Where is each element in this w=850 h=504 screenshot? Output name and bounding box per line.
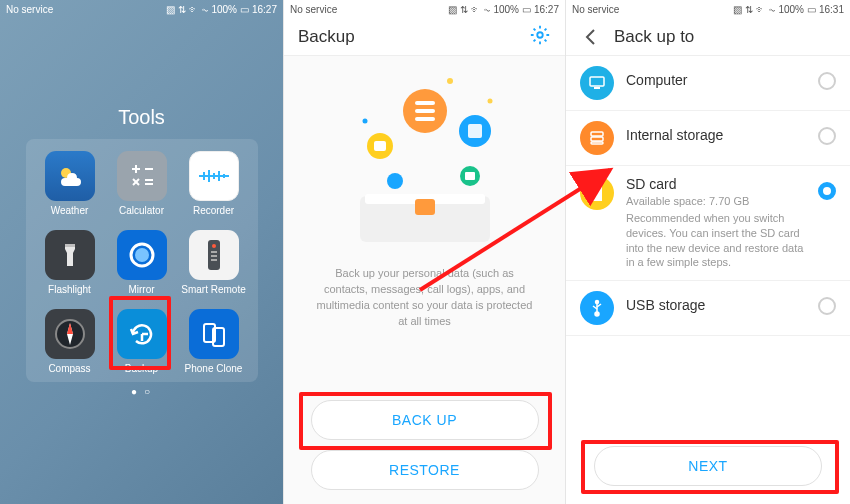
app-weather[interactable]: Weather — [34, 151, 106, 216]
sd-card-icon — [580, 176, 614, 210]
internal-storage-icon — [580, 121, 614, 155]
compass-icon — [45, 309, 95, 359]
svg-point-16 — [135, 248, 149, 262]
app-label: Smart Remote — [181, 284, 245, 295]
svg-rect-9 — [203, 172, 205, 180]
svg-rect-30 — [415, 199, 435, 215]
app-mirror[interactable]: Mirror — [106, 230, 178, 295]
screen-title: Backup — [298, 27, 355, 47]
weather-icon — [45, 151, 95, 201]
clock: 16:27 — [534, 4, 559, 15]
settings-gear-icon[interactable] — [529, 24, 551, 50]
clock: 16:31 — [819, 4, 844, 15]
app-label: Flashlight — [48, 284, 91, 295]
home-folder-screen: No service ▧ ⇅ ᯤ ⏦ 100% ▭ 16:27 Tools We… — [0, 0, 283, 504]
nfc-icon: ▧ — [733, 4, 742, 15]
radio-unselected[interactable] — [818, 127, 836, 145]
computer-icon — [580, 66, 614, 100]
app-label: Calculator — [119, 205, 164, 216]
destination-list: Computer Internal storage SD card Availa… — [566, 56, 850, 336]
option-label: Internal storage — [626, 127, 806, 143]
app-label: Mirror — [128, 284, 154, 295]
app-flashlight[interactable]: Flashlight — [34, 230, 106, 295]
svg-rect-38 — [374, 141, 386, 151]
status-right: ▧ ⇅ ᯤ ⏦ 100% ▭ 16:27 — [166, 4, 277, 15]
svg-point-42 — [447, 78, 453, 84]
back-arrow-icon[interactable] — [580, 26, 602, 48]
svg-rect-20 — [211, 255, 217, 257]
svg-rect-13 — [223, 174, 225, 178]
radio-selected[interactable] — [818, 182, 836, 200]
restore-button[interactable]: RESTORE — [311, 450, 539, 490]
svg-rect-32 — [415, 101, 435, 105]
backup-app-screen: No service ▧ ⇅ ᯤ ⏦ 100% ▭ 16:27 Backup — [283, 0, 566, 504]
backup-destination-screen: No service ▧ ⇅ ᯤ ⏦ 100% ▭ 16:31 Back up … — [566, 0, 850, 504]
nfc-icon: ▧ — [166, 4, 175, 15]
svg-rect-49 — [591, 142, 603, 144]
mirror-icon — [117, 230, 167, 280]
wifi-icon: ᯤ — [756, 4, 766, 15]
svg-rect-21 — [211, 259, 217, 261]
radio-unselected[interactable] — [818, 72, 836, 90]
svg-rect-11 — [213, 173, 215, 179]
alarm-icon: ⏦ — [484, 4, 490, 15]
backup-illustration — [284, 56, 565, 266]
app-recorder[interactable]: Recorder — [178, 151, 250, 216]
calculator-icon — [117, 151, 167, 201]
svg-point-41 — [387, 173, 403, 189]
app-label: Recorder — [193, 205, 234, 216]
status-right: ▧ ⇅ ᯤ ⏦ 100% ▭ 16:31 — [733, 4, 844, 15]
svg-rect-12 — [218, 171, 220, 181]
status-bar: No service ▧ ⇅ ᯤ ⏦ 100% ▭ 16:27 — [0, 0, 283, 18]
svg-rect-34 — [415, 117, 435, 121]
option-label: USB storage — [626, 297, 806, 313]
status-right: ▧ ⇅ ᯤ ⏦ 100% ▭ 16:27 — [448, 4, 559, 15]
svg-rect-47 — [591, 132, 603, 136]
restore-button-label: RESTORE — [389, 462, 460, 478]
app-compass[interactable]: Compass — [34, 309, 106, 374]
app-calculator[interactable]: Calculator — [106, 151, 178, 216]
backup-button-label: BACK UP — [392, 412, 457, 428]
app-smart-remote[interactable]: Smart Remote — [178, 230, 250, 295]
data-icon: ⇅ — [460, 4, 468, 15]
recorder-icon — [189, 151, 239, 201]
battery-icon: ▭ — [807, 4, 816, 15]
next-button[interactable]: NEXT — [594, 446, 822, 486]
svg-point-27 — [537, 32, 543, 38]
data-icon: ⇅ — [178, 4, 186, 15]
sd-description: Recommended when you switch devices. You… — [626, 211, 806, 270]
svg-point-43 — [487, 99, 492, 104]
option-computer[interactable]: Computer — [566, 56, 850, 111]
alarm-icon: ⏦ — [769, 4, 775, 15]
app-phone-clone[interactable]: Phone Clone — [178, 309, 250, 374]
battery-pct: 100% — [211, 4, 237, 15]
folder-title: Tools — [0, 106, 283, 129]
svg-rect-14 — [65, 244, 75, 247]
option-internal-storage[interactable]: Internal storage — [566, 111, 850, 166]
option-sd-card[interactable]: SD card Available space: 7.70 GB Recomme… — [566, 166, 850, 281]
app-label: Phone Clone — [185, 363, 243, 374]
option-usb-storage[interactable]: USB storage — [566, 281, 850, 336]
nfc-icon: ▧ — [448, 4, 457, 15]
data-icon: ⇅ — [745, 4, 753, 15]
phone-clone-icon — [189, 309, 239, 359]
alarm-icon: ⏦ — [202, 4, 208, 15]
battery-icon: ▭ — [522, 4, 531, 15]
status-bar: No service ▧ ⇅ ᯤ ⏦ 100% ▭ 16:31 — [566, 0, 850, 18]
carrier-label: No service — [6, 4, 166, 15]
remote-icon — [189, 230, 239, 280]
svg-point-44 — [362, 119, 367, 124]
svg-rect-36 — [468, 124, 482, 138]
svg-rect-10 — [208, 170, 210, 182]
app-label: Compass — [48, 363, 90, 374]
app-label: Backup — [125, 363, 158, 374]
app-backup[interactable]: Backup — [106, 309, 178, 374]
next-button-label: NEXT — [688, 458, 727, 474]
wifi-icon: ᯤ — [189, 4, 199, 15]
option-label: Computer — [626, 72, 806, 88]
svg-rect-40 — [465, 172, 475, 180]
flashlight-icon — [45, 230, 95, 280]
radio-unselected[interactable] — [818, 297, 836, 315]
app-folder-grid: Weather Calculator Recorder Fl — [26, 139, 258, 382]
backup-button[interactable]: BACK UP — [311, 400, 539, 440]
